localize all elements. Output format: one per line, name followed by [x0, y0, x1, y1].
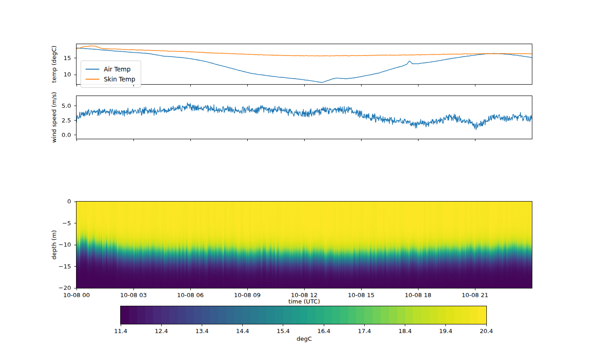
depth-y-tick	[74, 266, 76, 267]
depth-y-tick-label: 0	[53, 198, 71, 205]
x-tick	[133, 85, 134, 86]
x-tick	[475, 139, 475, 141]
temperature-lines	[77, 44, 532, 84]
skin-temp-line	[77, 46, 532, 56]
colorbar-tick	[202, 324, 202, 326]
legend: Air Temp Skin Temp	[81, 61, 141, 88]
temp-y-tick-label: 15	[53, 55, 71, 61]
wind-y-tick-label: 2.5	[53, 117, 71, 124]
legend-label-air-temp: Air Temp	[104, 66, 131, 73]
colorbar-tick-label: 16.4	[317, 328, 331, 334]
colorbar-tick	[486, 324, 487, 326]
x-tick	[77, 85, 77, 86]
colorbar-tick-label: 17.4	[358, 328, 371, 334]
colorbar-tick-label: 20.4	[480, 328, 493, 334]
x-tick	[475, 288, 475, 290]
x-tick	[247, 85, 248, 86]
x-tick	[247, 139, 248, 141]
colorbar-tick-label: 18.4	[398, 328, 412, 334]
wind-speed-panel	[76, 96, 532, 139]
wind-speed-line	[77, 102, 532, 130]
air-temp-line	[77, 48, 532, 82]
depth-y-tick-label: −10	[53, 241, 71, 248]
x-tick	[304, 139, 305, 141]
depth-y-tick	[74, 202, 76, 202]
depth-y-tick-label: −5	[53, 220, 71, 227]
legend-row-air-temp: Air Temp	[86, 64, 135, 74]
x-tick	[304, 85, 305, 86]
colorbar-tick-label: 11.4	[114, 328, 128, 334]
x-tick-label: 10-08 00	[63, 292, 90, 298]
colorbar-tick	[121, 324, 121, 326]
x-tick	[77, 139, 77, 141]
x-tick-label: 10-08 12	[291, 292, 317, 298]
colorbar-tick	[283, 324, 283, 326]
colorbar-tick-label: 13.4	[195, 328, 209, 334]
wind-y-tick	[74, 135, 76, 135]
colorbar-tick	[405, 324, 405, 326]
depth-y-tick	[74, 223, 76, 223]
x-tick	[190, 288, 191, 290]
depth-temperature-heatmap	[77, 202, 532, 288]
depth-y-tick-label: −20	[53, 284, 71, 291]
colorbar-tick-label: 15.4	[276, 328, 290, 334]
wind-y-tick	[74, 120, 76, 121]
x-tick	[247, 288, 248, 290]
colorbar-tick	[161, 324, 162, 326]
x-tick-label: 10-08 15	[348, 292, 374, 298]
temp-y-tick	[74, 75, 76, 75]
depth-temperature-heatmap-panel	[76, 201, 532, 288]
x-tick-label: 10-08 18	[405, 292, 431, 298]
x-tick	[418, 85, 418, 86]
x-tick	[190, 85, 191, 86]
x-tick	[475, 85, 475, 86]
matplotlib-figure: Air Temp Skin Temp temp (degC) wind spee…	[0, 0, 592, 364]
depth-y-tick	[74, 288, 76, 288]
depth-y-tick-label: −15	[53, 263, 71, 270]
legend-label-skin-temp: Skin Temp	[104, 76, 135, 83]
x-tick	[418, 139, 418, 141]
wind-y-tick	[74, 106, 76, 106]
x-tick-label: 10-08 06	[177, 292, 204, 298]
colorbar	[120, 306, 487, 324]
x-axis-label: time (UTC)	[288, 298, 320, 305]
colorbar-label: degC	[296, 335, 312, 342]
wind-y-tick-label: 5.0	[53, 102, 71, 109]
skin-temp-line-swatch	[86, 79, 99, 80]
colorbar-tick-label: 19.4	[439, 328, 452, 334]
x-tick	[77, 288, 77, 290]
colorbar-tick	[242, 324, 243, 326]
colorbar-tick-label: 14.4	[236, 328, 249, 334]
colorbar-tick	[324, 324, 324, 326]
x-tick-label: 10-08 21	[462, 292, 488, 298]
x-tick	[418, 288, 418, 290]
temp-y-tick	[74, 58, 76, 58]
colorbar-tick	[445, 324, 446, 326]
wind-speed-line	[77, 96, 532, 139]
x-tick-label: 10-08 03	[120, 292, 147, 298]
x-tick	[190, 139, 191, 141]
depth-y-tick	[74, 245, 76, 245]
x-tick	[133, 288, 134, 290]
legend-row-skin-temp: Skin Temp	[86, 74, 135, 84]
x-tick-label: 10-08 09	[234, 292, 260, 298]
x-tick	[361, 85, 362, 86]
colorbar-gradient	[121, 306, 486, 324]
temperature-panel: Air Temp Skin Temp	[76, 44, 532, 85]
x-tick	[361, 288, 362, 290]
x-tick	[304, 288, 305, 290]
colorbar-tick	[364, 324, 365, 326]
x-tick	[133, 139, 134, 141]
temp-y-tick-label: 10	[53, 71, 71, 78]
colorbar-tick-label: 12.4	[155, 328, 168, 334]
x-tick	[361, 139, 362, 141]
air-temp-line-swatch	[86, 69, 99, 70]
wind-y-tick-label: 0.0	[53, 131, 71, 138]
